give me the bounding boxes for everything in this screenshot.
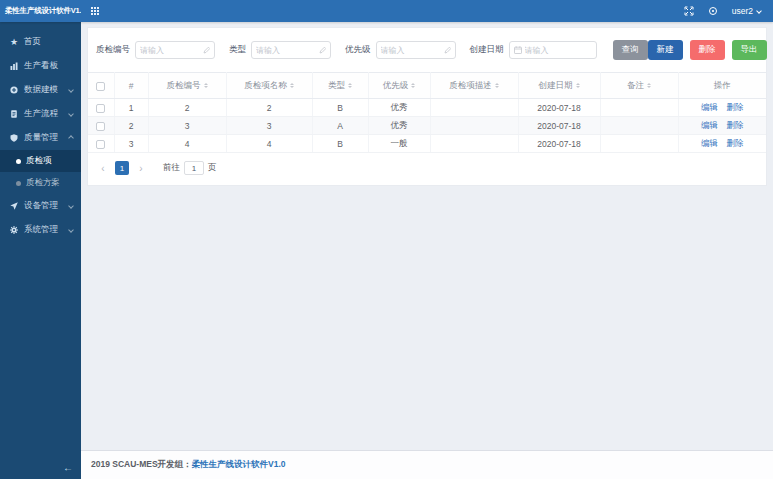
content-card: 质检编号 类型 <box>87 27 767 186</box>
priority-input[interactable] <box>381 46 442 55</box>
delete-link[interactable]: 删除 <box>726 120 743 130</box>
type-input[interactable] <box>256 46 317 55</box>
sort-icon[interactable] <box>204 83 208 88</box>
cell-date: 2020-07-18 <box>518 117 600 135</box>
chevron-down-icon <box>68 111 74 117</box>
delete-link[interactable]: 删除 <box>726 138 743 148</box>
chevron-down-icon <box>68 87 74 93</box>
col-header-type[interactable]: 类型 <box>312 73 368 99</box>
menu-grid-icon[interactable] <box>91 7 99 15</box>
filter-label: 类型 <box>229 44 246 56</box>
cell-name: 2 <box>226 99 312 117</box>
star-icon: ★ <box>8 37 20 47</box>
cell-type: A <box>312 117 368 135</box>
col-header-actions: 操作 <box>678 73 766 99</box>
cell-code: 2 <box>148 99 226 117</box>
main-content: 质检编号 类型 <box>81 22 773 479</box>
col-header-priority[interactable]: 优先级 <box>368 73 430 99</box>
edit-link[interactable]: 编辑 <box>701 102 718 112</box>
col-header-desc[interactable]: 质检项描述 <box>430 73 518 99</box>
edit-icon <box>203 47 210 54</box>
page-number-button[interactable]: 1 <box>115 161 129 175</box>
calendar-icon <box>514 46 522 54</box>
inspection-code-input[interactable] <box>140 46 201 55</box>
cell-code: 3 <box>148 117 226 135</box>
dot-icon <box>16 181 21 186</box>
sidebar-item-home[interactable]: ★ 首页 <box>0 30 81 54</box>
edit-link[interactable]: 编辑 <box>701 120 718 130</box>
collapse-sidebar-button[interactable]: ← <box>63 462 73 473</box>
cell-priority: 优秀 <box>368 99 430 117</box>
cell-priority: 优秀 <box>368 117 430 135</box>
sort-icon[interactable] <box>647 83 651 88</box>
prev-page-button[interactable]: ‹ <box>96 161 110 175</box>
sort-icon[interactable] <box>290 83 294 88</box>
search-button[interactable]: 查询 <box>613 40 648 60</box>
delete-link[interactable]: 删除 <box>726 102 743 112</box>
cell-remark <box>600 117 678 135</box>
cell-date: 2020-07-18 <box>518 135 600 153</box>
table-header-row: # 质检编号 质检项名称 类型 优先级 质检项描述 创建日期 备注 操作 <box>88 73 766 99</box>
gear-icon <box>8 226 20 234</box>
user-menu[interactable]: user2 <box>732 6 761 16</box>
edit-icon <box>444 47 451 54</box>
edit-link[interactable]: 编辑 <box>701 138 718 148</box>
filter-type: 类型 <box>229 41 331 59</box>
cell-name: 4 <box>226 135 312 153</box>
sidebar-item-production-process[interactable]: 生产流程 <box>0 102 81 126</box>
sidebar-item-production-board[interactable]: 生产看板 <box>0 54 81 78</box>
footer-link[interactable]: 柔性生产线设计软件V1.0 <box>192 459 286 471</box>
sidebar-subitem-inspection-item[interactable]: 质检项 <box>0 150 81 172</box>
bar-chart-icon <box>8 62 20 70</box>
user-name: user2 <box>732 6 753 16</box>
cell-desc <box>430 135 518 153</box>
row-checkbox[interactable] <box>96 140 105 149</box>
sort-icon[interactable] <box>495 83 499 88</box>
sort-icon[interactable] <box>576 83 580 88</box>
dot-icon <box>16 159 21 164</box>
row-checkbox[interactable] <box>96 104 105 113</box>
filter-label: 创建日期 <box>470 44 504 56</box>
app-window: 柔性生产线设计软件V1.0 user2 <box>0 0 773 479</box>
filter-label: 优先级 <box>345 44 371 56</box>
sidebar: ★ 首页 生产看板 数据建模 生产流程 <box>0 22 81 479</box>
col-header-name[interactable]: 质检项名称 <box>226 73 312 99</box>
fullscreen-icon[interactable] <box>684 6 694 16</box>
sidebar-item-equipment-management[interactable]: 设备管理 <box>0 194 81 218</box>
edit-icon <box>319 47 326 54</box>
pagination: ‹ 1 › 前往 页 <box>88 153 766 185</box>
circle-plus-icon <box>8 86 20 94</box>
footer-text: 2019 SCAU-MES开发组： <box>91 459 192 471</box>
filter-label: 质检编号 <box>96 44 130 56</box>
next-page-button[interactable]: › <box>134 161 148 175</box>
inspection-items-table: # 质检编号 质检项名称 类型 优先级 质检项描述 创建日期 备注 操作 1 <box>88 72 766 153</box>
cell-date: 2020-07-18 <box>518 99 600 117</box>
filter-bar: 质检编号 类型 <box>88 28 766 72</box>
avatar-icon[interactable] <box>708 6 718 16</box>
sort-icon[interactable] <box>411 83 415 88</box>
create-button[interactable]: 新建 <box>648 40 683 60</box>
shield-icon <box>8 134 20 142</box>
cell-desc <box>430 99 518 117</box>
col-header-date[interactable]: 创建日期 <box>518 73 600 99</box>
col-header-code[interactable]: 质检编号 <box>148 73 226 99</box>
table-row: 2 3 3 A 优秀 2020-07-18 编辑 删除 <box>88 117 766 135</box>
sort-icon[interactable] <box>348 83 352 88</box>
sidebar-subitem-inspection-plan[interactable]: 质检方案 <box>0 172 81 194</box>
cell-seq: 2 <box>114 117 148 135</box>
col-header-remark[interactable]: 备注 <box>600 73 678 99</box>
footer: 2019 SCAU-MES开发组： 柔性生产线设计软件V1.0 <box>81 450 773 479</box>
row-checkbox[interactable] <box>96 122 105 131</box>
goto-page-input[interactable] <box>184 161 204 175</box>
sidebar-item-quality-management[interactable]: 质量管理 <box>0 126 81 150</box>
chevron-down-icon <box>68 227 74 233</box>
chevron-up-icon <box>68 135 74 141</box>
sidebar-item-system-management[interactable]: 系统管理 <box>0 218 81 242</box>
select-all-checkbox[interactable] <box>96 82 105 91</box>
delete-button[interactable]: 删除 <box>690 40 725 60</box>
cell-type: B <box>312 135 368 153</box>
export-button[interactable]: 导出 <box>732 40 767 60</box>
create-date-input[interactable] <box>525 46 592 55</box>
sidebar-item-data-modeling[interactable]: 数据建模 <box>0 78 81 102</box>
goto-label: 前往 <box>163 162 180 174</box>
